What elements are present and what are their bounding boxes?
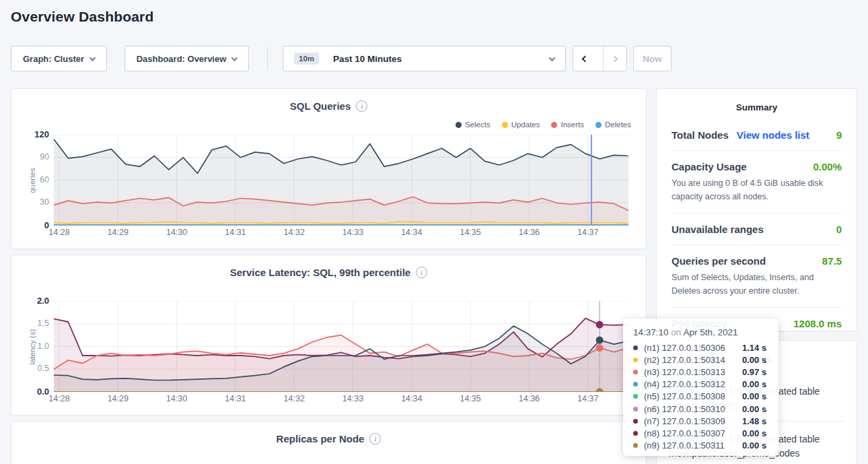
tooltip-node-row: (n3) 127.0.0.1:503130.97 s	[633, 366, 768, 378]
info-icon[interactable]: i	[416, 267, 427, 278]
y-axis-tick: 1.0	[20, 341, 49, 352]
summary-row-head: Total NodesView nodes list9	[672, 129, 842, 141]
legend-dot-icon	[502, 122, 508, 128]
summary-description: You are using 0 B of 4.5 GiB usable disk…	[672, 177, 842, 203]
tooltip-node-label: (n2) 127.0.0.1:50314	[644, 355, 742, 365]
node-series-dot-icon	[633, 370, 638, 374]
tooltip-node-row: (n4) 127.0.0.1:503120.00 s	[633, 378, 768, 391]
legend-label: Selects	[465, 121, 491, 129]
tooltip-node-value: 0.00 s	[742, 391, 766, 401]
graph-scope-dropdown[interactable]: Graph: Cluster	[11, 46, 107, 71]
x-axis-tick: 14:32	[274, 394, 314, 403]
node-series-dot-icon	[633, 358, 638, 362]
tooltip-node-row: (n5) 127.0.0.1:503080.00 s	[633, 391, 768, 403]
next-time-button[interactable]	[603, 46, 627, 71]
summary-label: Total Nodes	[672, 129, 729, 141]
x-axis-tick: 14:29	[98, 394, 138, 403]
tooltip-node-row: (n2) 127.0.0.1:503140.00 s	[633, 354, 768, 366]
replicas-per-node-chart-card: Replicas per Node i	[11, 421, 647, 464]
legend-label: Updates	[511, 121, 540, 129]
summary-row-head: Unavailable ranges0	[672, 224, 842, 235]
legend-item-selects[interactable]: Selects	[456, 121, 491, 129]
service-latency-plot[interactable]	[53, 301, 629, 392]
x-axis-tick: 14:36	[509, 394, 549, 403]
summary-row-head: Queries per second87.5	[672, 255, 842, 267]
tooltip-node-row: (n9) 127.0.0.1:503110.00 s	[633, 440, 768, 452]
x-axis-tick: 14:33	[333, 228, 373, 237]
summary-row: Total NodesView nodes list9	[672, 119, 842, 151]
node-series-dot-icon	[633, 394, 638, 399]
dashboard-dropdown[interactable]: Dashboard: Overview	[124, 46, 249, 71]
x-axis-tick: 14:34	[392, 228, 432, 237]
tooltip-node-label: (n9) 127.0.0.1:50311	[644, 440, 742, 451]
tooltip-node-row: (n7) 127.0.0.1:503091.48 s	[633, 415, 768, 427]
page-title: Overview Dashboard	[11, 9, 154, 25]
toolbar-divider	[267, 47, 268, 70]
chevron-left-icon	[581, 55, 588, 62]
x-axis-tick: 14:37	[568, 228, 608, 237]
tooltip-node-label: (n6) 127.0.0.1:50310	[644, 404, 742, 414]
sql-queries-plot[interactable]	[53, 135, 629, 226]
x-axis-tick: 14:35	[450, 394, 491, 403]
y-axis-tick: 60	[20, 175, 49, 185]
summary-row-head: Capacity Usage0.00%	[672, 161, 842, 172]
x-axis-tick: 14:36	[509, 228, 549, 237]
summary-panel: Summary Total NodesView nodes list9Capac…	[656, 88, 857, 331]
legend-item-updates[interactable]: Updates	[502, 121, 540, 129]
chart-title: Replicas per Node	[277, 433, 365, 444]
summary-value: 1208.0 ms	[793, 318, 842, 329]
prev-time-button[interactable]	[573, 46, 597, 71]
legend-label: Deletes	[605, 121, 631, 129]
tooltip-node-label: (n3) 127.0.0.1:50313	[644, 367, 742, 377]
summary-description: Sum of Selects, Updates, Inserts, and De…	[672, 271, 842, 298]
legend-item-deletes[interactable]: Deletes	[595, 121, 631, 129]
x-axis-tick: 14:28	[39, 228, 79, 237]
legend-dot-icon	[456, 122, 462, 128]
legend-dot-icon	[551, 122, 557, 128]
summary-row: Unavailable ranges0	[672, 213, 842, 245]
summary-row: Queries per second87.5Sum of Selects, Up…	[672, 245, 842, 308]
chart-svg	[53, 301, 629, 392]
tooltip-node-value: 0.00 s	[742, 440, 766, 451]
info-icon[interactable]: i	[356, 100, 367, 112]
now-button[interactable]: Now	[633, 46, 672, 71]
y-axis-tick: 0.5	[20, 364, 49, 374]
legend-item-inserts[interactable]: Inserts	[551, 121, 584, 129]
chart-legend: SelectsUpdatesInsertsDeletes	[456, 121, 631, 129]
node-series-dot-icon	[633, 419, 638, 424]
tooltip-node-value: 1.48 s	[742, 416, 766, 426]
x-axis-tick: 14:31	[215, 228, 256, 237]
node-series-dot-icon	[633, 407, 638, 411]
chart-svg	[53, 135, 629, 226]
tooltip-node-label: (n8) 127.0.0.1:50307	[644, 428, 742, 438]
tooltip-node-value: 0.00 s	[742, 379, 766, 389]
summary-row: Capacity Usage0.00%You are using 0 B of …	[672, 151, 842, 213]
tooltip-node-value: 1.14 s	[742, 343, 766, 353]
node-series-dot-icon	[633, 431, 638, 436]
time-range-label: Past 10 Minutes	[333, 54, 402, 64]
x-axis-tick: 14:37	[568, 394, 608, 403]
time-range-badge: 10m	[294, 53, 319, 65]
summary-value: 87.5	[822, 255, 842, 267]
x-axis-tick: 14:35	[450, 228, 491, 237]
summary-label: Unavailable ranges	[672, 224, 764, 235]
view-nodes-list-link[interactable]: View nodes list	[737, 129, 809, 141]
sql-queries-chart-card: SQL Queries i SelectsUpdatesInsertsDelet…	[11, 88, 647, 249]
x-axis-tick: 14:29	[98, 228, 138, 237]
x-axis-tick: 14:28	[39, 394, 79, 403]
overview-dashboard-page: { "page": { "title": "Overview Dashboard…	[0, 0, 868, 464]
summary-label: Queries per second	[672, 255, 766, 267]
summary-value: 9	[836, 129, 842, 141]
chart-title: Service Latency: SQL, 99th percentile	[230, 267, 410, 278]
tooltip-node-value: 0.00 s	[742, 428, 766, 438]
info-icon[interactable]: i	[369, 433, 381, 444]
time-range-dropdown[interactable]: 10m Past 10 Minutes	[283, 46, 566, 71]
y-axis-tick: 90	[20, 152, 49, 162]
chart-title: SQL Queries	[290, 100, 351, 112]
summary-label: Capacity Usage	[672, 161, 747, 172]
x-axis-tick: 14:34	[392, 394, 432, 403]
tooltip-node-label: (n1) 127.0.0.1:50306	[644, 343, 742, 353]
legend-dot-icon	[595, 122, 602, 128]
tooltip-node-label: (n5) 127.0.0.1:50308	[644, 391, 742, 401]
tooltip-timestamp: 14:37:10 on Apr 5th, 2021	[633, 327, 768, 337]
